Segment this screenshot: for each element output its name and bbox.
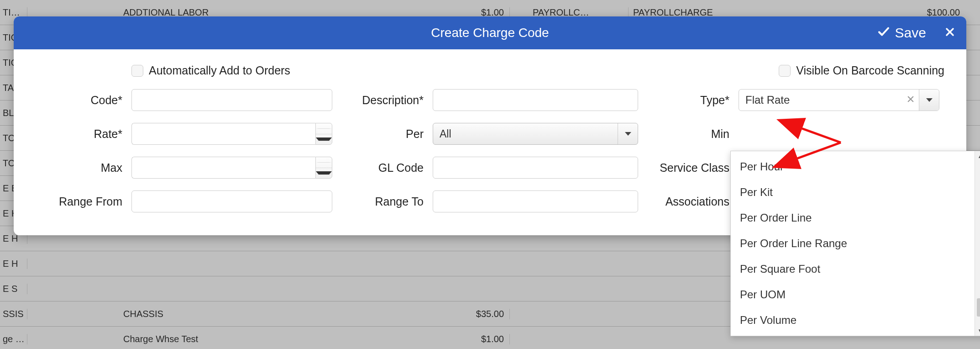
max-input[interactable] — [131, 157, 315, 179]
rate-label: Rate* — [36, 127, 131, 141]
type-selected-value: Flat Rate — [739, 94, 902, 106]
glcode-input[interactable] — [433, 157, 638, 179]
spinner-down[interactable] — [316, 168, 332, 179]
max-label: Max — [36, 161, 131, 174]
type-option[interactable]: Per Hour — [731, 154, 975, 180]
max-spinner[interactable] — [315, 157, 332, 179]
service-class-label: Service Class — [638, 161, 739, 174]
chevron-down-icon — [316, 137, 332, 141]
per-selected-value: All — [433, 128, 618, 140]
code-label: Code* — [36, 94, 131, 107]
check-icon — [877, 25, 891, 42]
scroll-up-icon: ▲ — [978, 151, 980, 161]
per-label: Per — [332, 127, 433, 141]
spinner-up[interactable] — [316, 123, 332, 134]
chevron-down-icon — [316, 171, 332, 175]
scroll-thumb[interactable] — [977, 298, 980, 317]
chevron-up-icon — [316, 128, 332, 129]
save-button[interactable]: Save — [877, 25, 926, 42]
visible-barcode-label: Visible On Barcode Scanning — [796, 64, 944, 77]
type-option[interactable]: Per UOM — [731, 282, 975, 307]
type-option[interactable]: Per Volume — [731, 307, 975, 333]
modal-header: Create Charge Code Save — [14, 16, 966, 49]
modal-title: Create Charge Code — [431, 26, 549, 40]
type-dropdown-list[interactable]: Per HourPer KitPer Order LinePer Order L… — [730, 151, 980, 336]
close-button[interactable] — [944, 25, 955, 41]
type-option[interactable]: Per Order Line Range — [731, 231, 975, 256]
type-clear-button[interactable] — [902, 94, 919, 106]
type-dropdown-button[interactable] — [919, 90, 939, 111]
chevron-down-icon — [926, 98, 933, 102]
range-from-input[interactable] — [131, 190, 332, 212]
glcode-label: GL Code — [332, 161, 433, 174]
range-to-input[interactable] — [433, 190, 638, 212]
code-input[interactable] — [131, 89, 332, 111]
checkbox-icon — [779, 65, 791, 77]
dropdown-scrollbar[interactable]: ▲ ▼ — [975, 151, 980, 336]
save-label: Save — [895, 25, 926, 41]
min-label: Min — [638, 127, 739, 141]
visible-barcode-checkbox[interactable]: Visible On Barcode Scanning — [779, 64, 944, 77]
auto-add-label: Automatically Add to Orders — [149, 64, 290, 77]
associations-label: Associations — [638, 195, 739, 208]
spinner-up[interactable] — [316, 157, 332, 168]
chevron-down-icon — [625, 132, 631, 136]
close-icon — [944, 25, 955, 40]
rate-spinner[interactable] — [315, 123, 332, 145]
spinner-down[interactable] — [316, 134, 332, 145]
checkbox-icon — [131, 65, 143, 77]
auto-add-checkbox[interactable]: Automatically Add to Orders — [131, 64, 290, 77]
rate-input[interactable] — [131, 123, 315, 145]
per-select[interactable]: All — [433, 123, 638, 145]
chevron-up-icon — [316, 162, 332, 163]
per-dropdown-button[interactable] — [618, 123, 638, 144]
type-option[interactable]: Per Square Foot — [731, 256, 975, 282]
range-to-label: Range To — [332, 195, 433, 208]
type-option[interactable]: Per Order Line — [731, 205, 975, 231]
description-input[interactable] — [433, 89, 638, 111]
scroll-down-icon: ▼ — [978, 326, 980, 336]
type-combobox[interactable]: Flat Rate — [739, 89, 939, 111]
type-label: Type* — [638, 94, 739, 107]
range-from-label: Range From — [36, 195, 131, 208]
type-option[interactable]: Per Kit — [731, 180, 975, 205]
description-label: Description* — [332, 94, 433, 107]
